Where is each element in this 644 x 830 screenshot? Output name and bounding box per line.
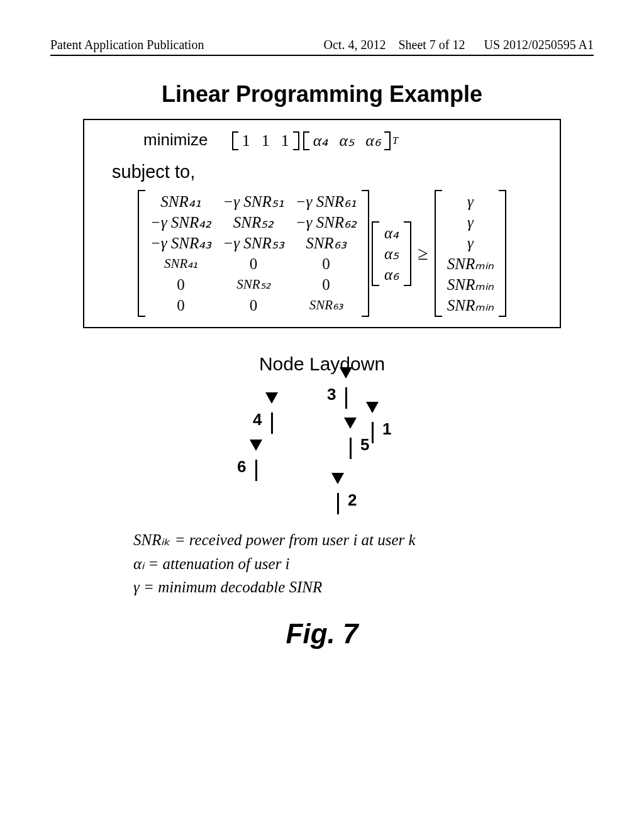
minimize-label: minimize: [143, 130, 208, 149]
antenna-icon: [344, 429, 357, 460]
header-sheet: Sheet 7 of 12: [398, 38, 465, 52]
A23: −γ SNR₆₂: [296, 214, 357, 230]
header-date: Oct. 4, 2012: [324, 38, 386, 52]
node-3-label: 3: [327, 385, 336, 404]
x3: α₆: [365, 133, 380, 149]
legend: SNRᵢₖ = received power from user i at us…: [133, 528, 511, 599]
objective-vectors: 1 1 1 α₄ α₅ α₆ T: [230, 131, 398, 150]
A42: 0: [250, 256, 258, 272]
node-4: 4: [253, 404, 278, 435]
A-matrix: SNR₄₁ −γ SNR₅₁ −γ SNR₆₁ −γ SNR₄₂ SNR₅₂ −…: [138, 190, 369, 317]
node-2-label: 2: [348, 490, 357, 510]
node-6: 6: [237, 451, 262, 482]
node-5-label: 5: [360, 435, 369, 455]
A63: SNR₆₃: [309, 299, 343, 312]
node-6-label: 6: [237, 457, 246, 477]
b4: SNRₘᵢₙ: [447, 256, 494, 272]
A12: −γ SNR₅₁: [223, 194, 284, 209]
antenna-icon: [265, 404, 278, 435]
constraint-inequality: SNR₄₁ −γ SNR₅₁ −γ SNR₆₁ −γ SNR₄₂ SNR₅₂ −…: [99, 190, 545, 317]
node-5: 5: [344, 429, 369, 460]
A13: −γ SNR₆₁: [296, 194, 357, 209]
c3: 1: [281, 133, 289, 149]
b2: γ: [467, 214, 474, 230]
b5: SNRₘᵢₙ: [447, 277, 494, 292]
A41: SNR₄₁: [164, 257, 197, 270]
node-2: 2: [331, 484, 357, 516]
cost-vector: 1 1 1: [232, 131, 299, 150]
A52: SNR₅₂: [236, 278, 270, 291]
subject-to-label: subject to,: [112, 163, 545, 181]
x1: α₄: [313, 133, 328, 149]
b6: SNRₘᵢₙ: [447, 297, 494, 313]
alpha5: α₅: [384, 246, 399, 262]
b-vector: γ γ γ SNRₘᵢₙ SNRₘᵢₙ SNRₘᵢₙ: [435, 190, 506, 317]
figure-label: Fig. 7: [50, 618, 594, 650]
A33: SNR₆₃: [306, 235, 346, 251]
alpha-row-vector: α₄ α₅ α₆: [303, 131, 391, 150]
A21: −γ SNR₄₂: [150, 214, 211, 230]
A51: 0: [177, 277, 185, 292]
x2: α₅: [339, 133, 354, 149]
header-right: Oct. 4, 2012 Sheet 7 of 12 US 2012/02505…: [324, 38, 594, 52]
A62: 0: [250, 297, 258, 313]
antenna-icon: [331, 484, 344, 516]
b1: γ: [467, 194, 474, 209]
b3: γ: [467, 235, 474, 251]
node-1-label: 1: [382, 419, 391, 439]
equation-box: minimize 1 1 1 α₄ α₅: [83, 119, 561, 328]
node-4-label: 4: [253, 410, 262, 429]
A53: 0: [322, 277, 330, 292]
A22: SNR₅₂: [233, 214, 274, 230]
antenna-icon: [340, 379, 352, 410]
section-title: Linear Programming Example: [50, 81, 594, 108]
page-header: Patent Application Publication Oct. 4, 2…: [50, 38, 594, 56]
node-3: 3: [327, 379, 352, 410]
legend-snr: SNRᵢₖ = received power from user i at us…: [133, 531, 416, 548]
patent-page: Patent Application Publication Oct. 4, 2…: [0, 0, 644, 830]
A32: −γ SNR₅₃: [223, 235, 284, 251]
node-1: 1: [366, 413, 391, 445]
objective-line: minimize 1 1 1 α₄ α₅: [143, 131, 545, 150]
header-pubno: US 2012/0250595 A1: [484, 38, 594, 52]
alpha6: α₆: [384, 267, 399, 282]
header-left: Patent Application Publication: [50, 38, 204, 52]
transpose-superscript: T: [392, 136, 398, 147]
A43: 0: [322, 256, 330, 272]
laydown-title: Node Laydown: [50, 353, 594, 375]
geq-symbol: ≥: [418, 244, 428, 263]
legend-alpha: αᵢ = attenuation of user i: [133, 555, 290, 572]
A11: SNR₄₁: [160, 194, 201, 209]
alpha-column-vector: α₄ α₅ α₆: [372, 221, 411, 286]
antenna-icon: [250, 451, 262, 482]
legend-gamma: γ = minimum decodable SINR: [133, 578, 322, 595]
c1: 1: [242, 133, 250, 149]
A31: −γ SNR₄₃: [150, 235, 211, 251]
node-laydown: 3 4 1 5 6 2: [203, 379, 441, 517]
alpha4: α₄: [384, 225, 399, 241]
A61: 0: [177, 297, 185, 313]
c2: 1: [262, 133, 270, 149]
